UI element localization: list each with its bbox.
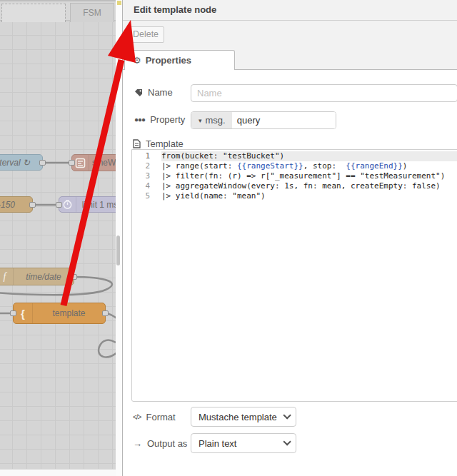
caret-down-icon: ▾ [199, 117, 202, 124]
chevron-down-icon [283, 411, 291, 419]
property-value-input[interactable] [232, 112, 336, 128]
input-port [56, 202, 62, 208]
format-select[interactable]: Mustache template [191, 407, 296, 427]
vscrollbar-thumb[interactable] [116, 236, 120, 265]
template-label: Template [133, 138, 184, 149]
tab-properties[interactable]: ⚙ Properties [124, 50, 235, 70]
delete-button[interactable]: Delete [127, 26, 164, 43]
node-timedate: f time/date [0, 268, 74, 285]
node-label: s-150 [0, 200, 32, 210]
dialog-toolbar: Delete ⚙ Properties [123, 21, 457, 70]
node-label: template [33, 308, 105, 318]
node-sinewave: sineWave [71, 154, 116, 171]
node-limit: limit 1 ms [59, 196, 116, 213]
property-input-group[interactable]: ▾ msg. [191, 111, 336, 129]
code-line[interactable]: 5 |> yield(name: "mean") [132, 191, 457, 201]
output-port [102, 310, 109, 316]
name-input[interactable] [191, 84, 457, 102]
format-label: </> Format [133, 412, 176, 422]
output-port [71, 274, 77, 280]
node-label: interval ↻ [0, 158, 42, 168]
node-interval: interval ↻ [0, 154, 43, 171]
dialog-title: Edit template node [123, 0, 457, 21]
canvas-hscrollbar[interactable] [0, 469, 116, 476]
arrow-right-icon: → [133, 438, 142, 449]
gear-icon: ⚙ [133, 55, 141, 66]
input-port [10, 310, 16, 316]
brace-icon: { [14, 303, 33, 323]
output-as-select[interactable]: Plain text [191, 433, 296, 453]
code-line[interactable]: 1 from(bucket: "testBucket") [132, 151, 457, 161]
output-port [29, 202, 36, 208]
hidden-node-fragment [117, 1, 121, 5]
canvas-tab-ghost [1, 4, 66, 22]
function-icon: f [0, 268, 14, 285]
flow-canvas: FSM interval ↻ sineWave s-150 [0, 0, 116, 476]
code-line[interactable]: 2 |> range(start: {{rangeStart}}, stop: … [132, 161, 457, 171]
edit-dialog: Edit template node Delete ⚙ Properties N… [122, 0, 457, 476]
output-as-label: → Output as [133, 438, 187, 449]
node-template: { template [13, 303, 106, 324]
node-label: sineWave [89, 158, 116, 168]
tag-icon [134, 88, 143, 97]
tab-properties-label: Properties [146, 55, 191, 66]
canvas-tab-bar: FSM [0, 0, 116, 21]
node-label: limit 1 ms [76, 200, 116, 210]
output-port [39, 160, 46, 166]
canvas-vscrollbar[interactable] [116, 0, 122, 476]
code-line[interactable]: 4 |> aggregateWindow(every: 1s, fn: mean… [132, 181, 457, 191]
document-icon [133, 139, 141, 148]
name-label: Name [134, 87, 173, 98]
flow-wires [0, 0, 116, 476]
template-code-editor[interactable]: 1 from(bucket: "testBucket") 2 |> range(… [131, 149, 457, 402]
code-line[interactable]: 3 |> filter(fn: (r) => r["_measurement"]… [132, 171, 457, 181]
input-port [69, 160, 75, 166]
node-ms150: s-150 [0, 196, 33, 213]
code-icon: </> [133, 413, 141, 421]
property-type-dropdown[interactable]: ▾ msg. [191, 112, 232, 128]
node-label: time/date [14, 272, 74, 282]
ellipsis-icon: ●●● [134, 116, 145, 123]
canvas-tab-fsm: FSM [70, 3, 114, 22]
property-label: ●●● Property [134, 114, 185, 125]
chevron-down-icon [283, 437, 291, 445]
